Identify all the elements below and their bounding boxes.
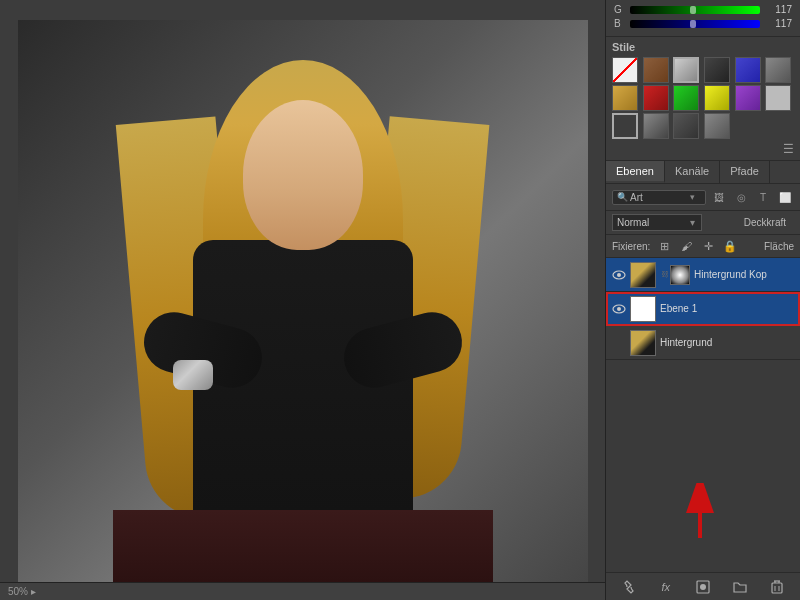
layer-thumb-hintergrund-kop [630,262,656,288]
layer-thumb-ebene1 [630,296,656,322]
fix-position-icon[interactable]: ⊞ [656,238,672,254]
layers-tabs: Ebenen Kanäle Pfade [606,161,800,184]
styles-grid [612,57,794,139]
woman-figure [113,40,493,590]
svg-rect-6 [772,583,782,593]
search-icon: 🔍 [617,192,628,202]
style-item-emboss[interactable] [673,57,699,83]
bracelet [173,360,213,390]
svg-point-5 [700,584,706,590]
style-item-red[interactable] [643,85,669,111]
layer-name-hintergrund: Hintergrund [660,337,796,348]
thumb-content-ebene1 [631,297,655,321]
fix-row: Fixieren: ⊞ 🖌 ✛ 🔒 Fläche [606,235,800,258]
svg-point-3 [617,307,621,311]
color-row-b: B 117 [614,18,792,29]
layer-visibility-ebene1[interactable] [610,300,628,318]
fix-brush-icon[interactable]: 🖌 [678,238,694,254]
folder-icon [733,581,747,593]
blend-mode-select[interactable]: Normal [612,214,702,231]
blend-row: Normal ▾ Deckkraft [606,211,800,235]
g-value: 117 [764,4,792,15]
layer-visibility-hintergrund-kop[interactable] [610,266,628,284]
layer-thumb-hintergrund [630,330,656,356]
style-item-blue[interactable] [735,57,761,83]
layer-search-input[interactable] [630,192,690,203]
photo-canvas [18,20,588,590]
layer-link-button[interactable] [618,576,640,598]
g-slider-track[interactable] [630,6,760,14]
thumb-mask-content [671,266,689,284]
tab-kanaele[interactable]: Kanäle [665,161,720,183]
tab-pfade[interactable]: Pfade [720,161,770,183]
canvas-area: 50% ▸ [0,0,605,600]
style-item-yellow[interactable] [704,85,730,111]
tab-ebenen[interactable]: Ebenen [606,161,665,183]
style-item-gray2[interactable] [704,113,730,139]
style-item-purple[interactable] [735,85,761,111]
canvas-zoom-info: 50% ▸ [8,586,36,597]
style-item-green[interactable] [673,85,699,111]
layer-visibility-hintergrund[interactable] [610,334,628,352]
fix-move-icon[interactable]: ✛ [700,238,716,254]
layers-section: Ebenen Kanäle Pfade 🔍 ▾ 🖼 ◎ T ⬜ Normal ▾… [606,161,800,600]
opacity-label: Deckkraft [744,217,786,228]
b-slider-track[interactable] [630,20,760,28]
right-panel: G 117 B 117 Stile [605,0,800,600]
thumb-content-hintergrund-kop [631,263,655,287]
fix-lock-icon[interactable]: 🔒 [722,238,738,254]
layer-controls: 🔍 ▾ 🖼 ◎ T ⬜ [606,184,800,211]
eye-icon-ebene1 [612,304,626,314]
layers-bottom: fx [606,572,800,600]
mask-icon [696,580,710,594]
stile-title: Stile [612,41,794,53]
layer-item-hintergrund[interactable]: Hintergrund [606,326,800,360]
layer-icon-shape[interactable]: ⬜ [776,188,794,206]
canvas-bottom-bar: 50% ▸ [0,582,605,600]
search-dropdown-icon[interactable]: ▾ [690,192,695,202]
layer-name-hintergrund-kop: Hintergrund Kop [694,269,796,280]
b-value: 117 [764,18,792,29]
layer-trash-button[interactable] [766,576,788,598]
layer-folder-button[interactable] [729,576,751,598]
face [243,100,363,250]
style-item-outline[interactable] [612,113,638,139]
layer-icon-text[interactable]: T [754,188,772,206]
color-row-g: G 117 [614,4,792,15]
style-item-lightgray[interactable] [765,85,791,111]
eye-icon [612,270,626,280]
style-item-tex2[interactable] [673,113,699,139]
layers-list: ⛓ Hintergrund Kop Ebene 1 [606,258,800,572]
layer-icon-adjust[interactable]: ◎ [732,188,750,206]
layer-chain-icon: ⛓ [660,262,670,288]
layer-fx-button[interactable]: fx [655,576,677,598]
style-item-dark[interactable] [704,57,730,83]
trash-icon [771,580,783,594]
layer-icon-image[interactable]: 🖼 [710,188,728,206]
g-slider-thumb[interactable] [690,6,696,14]
layer-item-hintergrund-kop[interactable]: ⛓ Hintergrund Kop [606,258,800,292]
layer-mask-hintergrund-kop [670,265,690,285]
link-icon [622,580,636,594]
fill-label: Fläche [764,241,794,252]
layer-mask-button[interactable] [692,576,714,598]
stile-section: Stile ☰ [606,37,800,161]
layer-name-ebene1: Ebene 1 [660,303,796,314]
style-item-tex1[interactable] [643,113,669,139]
svg-point-1 [617,273,621,277]
fix-label: Fixieren: [612,241,650,252]
layer-item-ebene1[interactable]: Ebene 1 [606,292,800,326]
g-label: G [614,4,626,15]
b-label: B [614,18,626,29]
thumb-content-hintergrund [631,331,655,355]
photo-background [18,20,588,590]
style-item-gold[interactable] [612,85,638,111]
stile-options-icon[interactable]: ☰ [783,142,794,156]
color-section: G 117 B 117 [606,0,800,37]
desk [113,510,493,590]
style-item-brown[interactable] [643,57,669,83]
style-item-gray[interactable] [765,57,791,83]
layer-search[interactable]: 🔍 ▾ [612,190,706,205]
b-slider-thumb[interactable] [690,20,696,28]
style-item-no-style[interactable] [612,57,638,83]
